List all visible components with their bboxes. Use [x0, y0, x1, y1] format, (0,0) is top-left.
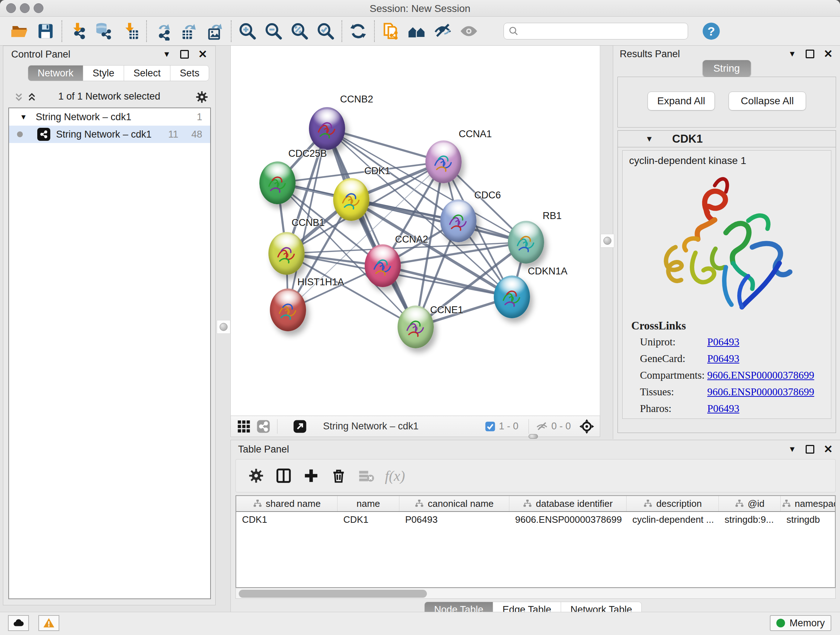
table-row[interactable]: CDK1CDK1P064939606.ENSP00000378699cyclin…: [236, 512, 835, 527]
node-CCNA1[interactable]: [425, 141, 462, 183]
node-CCNE1[interactable]: [398, 306, 434, 348]
cell-name[interactable]: CDK1: [338, 514, 399, 525]
birds-eye-view-icon[interactable]: [579, 418, 595, 434]
protein-thumbnail: [338, 187, 364, 211]
warning-status-button[interactable]: [38, 615, 59, 631]
node-HIST1H1A[interactable]: [270, 288, 306, 331]
results-panel-menu-icon[interactable]: ▼: [788, 49, 796, 59]
tab-sets[interactable]: Sets: [171, 65, 209, 81]
table-horizontal-scrollbar[interactable]: [235, 588, 836, 599]
right-splitter-handle[interactable]: [600, 234, 614, 248]
control-panel-float-icon[interactable]: [180, 50, 189, 59]
memory-label: Memory: [789, 618, 825, 629]
column-header-description[interactable]: description: [627, 496, 719, 511]
tab-network[interactable]: Network: [28, 65, 83, 81]
collection-caret-icon[interactable]: ▼: [20, 113, 27, 121]
network-collection-row[interactable]: ▼ String Network – cdk1 1: [9, 108, 210, 126]
add-column-icon[interactable]: [297, 463, 325, 488]
control-panel-close-icon[interactable]: ✕: [198, 50, 207, 59]
node-CCNB2[interactable]: [309, 107, 345, 150]
control-panel-menu-icon[interactable]: ▼: [163, 50, 171, 59]
cloud-status-button[interactable]: [8, 615, 29, 631]
search-input[interactable]: [519, 25, 678, 36]
tab-select[interactable]: Select: [124, 65, 171, 81]
crosslink-link[interactable]: P06493: [707, 402, 739, 419]
column-header-database-identifier[interactable]: database identifier: [509, 496, 627, 511]
table-panel-menu-icon[interactable]: ▼: [788, 445, 796, 454]
zoom-out-button[interactable]: [261, 19, 286, 43]
crosslink-link[interactable]: 9606.ENSP00000378699: [707, 386, 814, 402]
export-table-button[interactable]: [176, 19, 202, 43]
results-panel-close-icon[interactable]: ✕: [824, 50, 833, 58]
zoom-fit-button[interactable]: [286, 19, 313, 43]
node-CDKN1A[interactable]: [494, 276, 530, 318]
network-view-icon[interactable]: [256, 419, 271, 434]
node-CDC25B[interactable]: [259, 162, 295, 204]
network-canvas[interactable]: CCNB2CCNA1CDC25BCDK1CDC6RB1CCNB1CCNA2CDK…: [231, 46, 600, 416]
collapse-all-button[interactable]: Collapse All: [729, 92, 806, 111]
export-network-button[interactable]: [150, 19, 176, 43]
node-CCNA2[interactable]: [365, 244, 401, 287]
gene-header[interactable]: ▼ CDK1: [618, 131, 836, 147]
cell-description[interactable]: cyclin-dependent ...: [627, 514, 719, 525]
help-button[interactable]: ?: [698, 19, 724, 43]
function-builder-icon[interactable]: f(x): [385, 467, 405, 485]
crosslink-label: Pharos:: [640, 402, 707, 419]
first-neighbors-button[interactable]: [404, 19, 430, 43]
cell-canonical-name[interactable]: P06493: [399, 514, 509, 525]
table-panel-float-icon[interactable]: [806, 445, 814, 454]
column-header-shared-name[interactable]: shared name: [236, 496, 338, 511]
hide-selected-button[interactable]: [430, 19, 456, 43]
table-panel-close-icon[interactable]: ✕: [824, 445, 833, 454]
node-table[interactable]: shared namenamecanonical namedatabase id…: [235, 495, 836, 588]
cell-namespace[interactable]: stringdb: [781, 514, 836, 525]
zoom-in-button[interactable]: [234, 19, 261, 43]
import-network-database-button[interactable]: [91, 19, 117, 43]
node-CDC6[interactable]: [440, 200, 477, 242]
cell--id[interactable]: stringdb:9...: [719, 514, 781, 525]
node-RB1[interactable]: [508, 221, 544, 264]
crosslink-link[interactable]: P06493: [707, 353, 739, 369]
zoom-selected-button[interactable]: [313, 19, 339, 43]
expand-all-button[interactable]: Expand All: [647, 92, 715, 111]
selected-checkbox-icon[interactable]: [485, 421, 496, 432]
import-network-file-button[interactable]: [65, 19, 91, 43]
gene-collapse-caret-icon[interactable]: ▼: [645, 134, 653, 144]
column-header-canonical-name[interactable]: canonical name: [399, 496, 509, 511]
save-session-button[interactable]: [33, 19, 58, 43]
crosslink-link[interactable]: P06493: [707, 336, 739, 353]
import-table-file-button[interactable]: [117, 19, 143, 43]
duplicate-network-button[interactable]: [378, 19, 404, 43]
cell-shared-name[interactable]: CDK1: [236, 514, 338, 525]
table-gear-icon[interactable]: [242, 463, 270, 488]
show-columns-icon[interactable]: [270, 463, 297, 488]
node-CDK1[interactable]: [333, 178, 369, 221]
column-header--id[interactable]: @id: [719, 496, 781, 511]
column-header-namespace[interactable]: namespace: [781, 496, 836, 511]
import-network-database-icon: [95, 22, 114, 41]
apply-layout-button[interactable]: [345, 19, 371, 43]
left-splitter-handle[interactable]: [217, 320, 231, 334]
node-label-CDK1: CDK1: [364, 165, 390, 177]
open-in-new-icon[interactable]: [293, 419, 307, 434]
hidden-eye-icon[interactable]: [535, 420, 548, 433]
delete-table-icon[interactable]: [352, 463, 380, 488]
tab-string[interactable]: String: [703, 60, 751, 77]
crosslink-link[interactable]: 9606.ENSP00000378699: [707, 369, 814, 386]
delete-column-icon[interactable]: [325, 463, 352, 488]
tab-style[interactable]: Style: [83, 65, 124, 81]
memory-button[interactable]: Memory: [770, 615, 831, 631]
node-CCNB1[interactable]: [268, 232, 305, 275]
grid-view-icon[interactable]: [237, 419, 251, 434]
open-session-button[interactable]: [6, 19, 33, 43]
show-all-button[interactable]: [456, 19, 482, 43]
cell-database-identifier[interactable]: 9606.ENSP00000378699: [509, 514, 627, 525]
column-header-name[interactable]: name: [338, 496, 399, 511]
export-image-button[interactable]: [202, 19, 228, 43]
scrollbar-thumb[interactable]: [239, 590, 427, 598]
bottom-splitter-handle[interactable]: [527, 433, 540, 440]
gear-icon[interactable]: [195, 90, 209, 104]
results-panel-float-icon[interactable]: [806, 50, 814, 58]
search-box[interactable]: [504, 23, 688, 40]
network-row[interactable]: String Network – cdk1 11 48: [9, 126, 210, 143]
